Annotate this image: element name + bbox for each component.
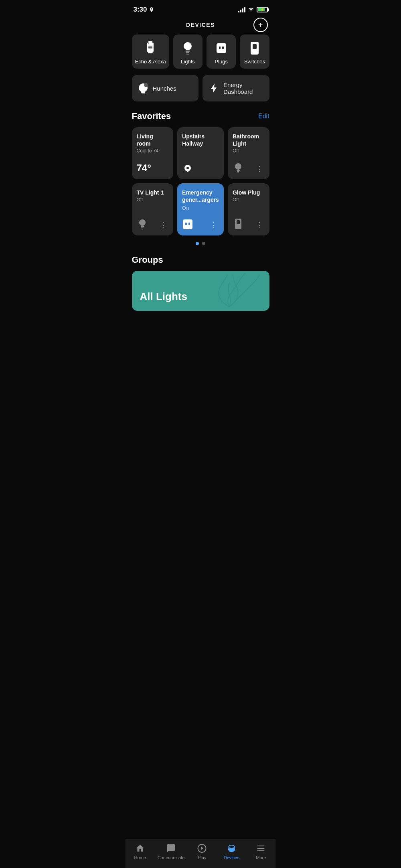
- svg-rect-32: [185, 223, 187, 225]
- favorite-bathroom-light-status: Off: [233, 148, 265, 154]
- svg-rect-22: [187, 170, 188, 172]
- hunches-label: Hunches: [153, 85, 176, 92]
- hunches-button[interactable]: Hunches: [132, 75, 199, 101]
- svg-rect-16: [253, 44, 257, 49]
- status-icons: ⚡: [238, 7, 268, 12]
- svg-rect-14: [222, 47, 224, 49]
- favorite-living-room-subtitle: Cool to 74°: [137, 148, 169, 154]
- dot-1: [196, 242, 199, 245]
- all-lights-label: All Lights: [140, 290, 187, 303]
- tv-bulb-off-icon: [137, 219, 148, 230]
- camera-icon: [182, 162, 193, 174]
- favorite-tv-light-1[interactable]: TV Light 1 Off ⋮: [132, 183, 174, 235]
- svg-rect-24: [237, 170, 240, 171]
- category-switches-label: Switches: [244, 59, 265, 65]
- favorite-upstairs-hallway[interactable]: Upstairs Hallway: [177, 127, 224, 179]
- status-time: 3:30: [134, 6, 154, 14]
- favorite-tv-light-status: Off: [137, 197, 169, 203]
- svg-rect-30: [142, 229, 143, 229]
- all-lights-card[interactable]: All Lights: [132, 271, 269, 311]
- favorite-bathroom-light[interactable]: Bathroom Light Off ⋮: [228, 127, 269, 179]
- category-lights-label: Lights: [181, 59, 195, 65]
- svg-rect-29: [141, 227, 144, 228]
- svg-rect-10: [186, 52, 189, 53]
- category-echo-label: Echo & Alexa: [135, 59, 166, 65]
- bathroom-light-menu[interactable]: ⋮: [255, 164, 265, 174]
- svg-point-21: [186, 167, 189, 169]
- svg-rect-3: [148, 45, 152, 45]
- favorite-emergency-title: Emergency gener...argers: [182, 189, 219, 203]
- favorite-emergency-status: On: [182, 205, 219, 211]
- svg-rect-12: [217, 43, 226, 53]
- energy-icon: [208, 83, 219, 94]
- battery-icon: ⚡: [257, 7, 268, 12]
- svg-rect-7: [148, 52, 153, 53]
- bulb-off-icon: [233, 162, 244, 174]
- category-switches[interactable]: Switches: [240, 34, 269, 69]
- status-bar: 3:30 ⚡: [126, 0, 276, 18]
- favorite-emergency-chargers[interactable]: Emergency gener...argers On ⋮: [177, 183, 224, 235]
- switches-icon: [247, 41, 262, 55]
- category-lights[interactable]: Lights: [173, 34, 203, 69]
- groups-section: Groups All Lights: [126, 255, 276, 311]
- svg-rect-17: [142, 93, 145, 93]
- groups-title: Groups: [132, 255, 269, 265]
- energy-dashboard-label: Energy Dashboard: [223, 81, 264, 95]
- favorites-edit-button[interactable]: Edit: [258, 113, 269, 120]
- svg-rect-6: [148, 49, 152, 49]
- svg-rect-0: [148, 41, 152, 43]
- emergency-menu[interactable]: ⋮: [209, 220, 219, 230]
- switch-off-icon: [233, 219, 244, 230]
- svg-rect-26: [237, 172, 239, 173]
- category-plugs-label: Plugs: [215, 59, 228, 65]
- favorite-glow-plug-status: Off: [233, 197, 265, 203]
- svg-rect-4: [148, 46, 152, 47]
- hunches-icon: [138, 83, 149, 94]
- energy-dashboard-button[interactable]: Energy Dashboard: [203, 75, 269, 101]
- svg-rect-5: [148, 47, 152, 48]
- plug-on-icon: [182, 219, 193, 230]
- echo-icon: [143, 41, 158, 55]
- svg-point-8: [184, 42, 192, 50]
- svg-rect-11: [186, 54, 189, 55]
- page-header: DEVICES +: [126, 18, 276, 34]
- pagination-dots: [126, 242, 276, 245]
- lights-icon: [180, 41, 195, 55]
- category-plugs[interactable]: Plugs: [207, 34, 236, 69]
- favorite-bathroom-light-title: Bathroom Light: [233, 133, 265, 147]
- tv-light-menu[interactable]: ⋮: [159, 220, 168, 230]
- favorite-living-room-title: Living room: [137, 133, 169, 147]
- favorites-header: Favorites Edit: [126, 111, 276, 122]
- favorite-glow-plug-title: Glow Plug: [233, 189, 265, 196]
- favorite-glow-plug[interactable]: Glow Plug Off ⋮: [228, 183, 269, 235]
- svg-rect-13: [219, 47, 221, 49]
- favorite-upstairs-hallway-title: Upstairs Hallway: [182, 133, 219, 147]
- wide-buttons-row: Hunches Energy Dashboard: [126, 75, 276, 101]
- svg-rect-35: [237, 220, 240, 224]
- favorite-living-room-value: 74°: [137, 162, 169, 174]
- svg-point-27: [139, 219, 146, 226]
- favorites-grid: Living room Cool to 74° 74° Upstairs Hal…: [126, 127, 276, 235]
- favorites-title: Favorites: [132, 111, 171, 122]
- all-lights-decoration: [187, 271, 269, 311]
- svg-marker-19: [211, 83, 217, 93]
- svg-rect-25: [237, 171, 239, 172]
- favorite-tv-light-title: TV Light 1: [137, 189, 169, 196]
- favorite-living-room[interactable]: Living room Cool to 74° 74°: [132, 127, 174, 179]
- svg-rect-9: [186, 51, 190, 52]
- plugs-icon: [214, 41, 229, 55]
- category-echo-alexa[interactable]: Echo & Alexa: [132, 34, 169, 69]
- svg-point-23: [235, 163, 241, 170]
- svg-rect-2: [148, 43, 149, 44]
- signal-strength-icon: [238, 7, 245, 12]
- page-title: DEVICES: [186, 22, 215, 28]
- category-grid: Echo & Alexa Lights Plugs: [126, 34, 276, 69]
- location-icon: [149, 7, 154, 12]
- svg-rect-28: [141, 226, 144, 227]
- svg-rect-33: [188, 223, 190, 225]
- dot-2: [202, 242, 205, 245]
- wifi-icon: [248, 7, 254, 12]
- glow-plug-menu[interactable]: ⋮: [255, 220, 265, 230]
- svg-rect-31: [183, 219, 192, 229]
- add-device-button[interactable]: +: [253, 18, 268, 32]
